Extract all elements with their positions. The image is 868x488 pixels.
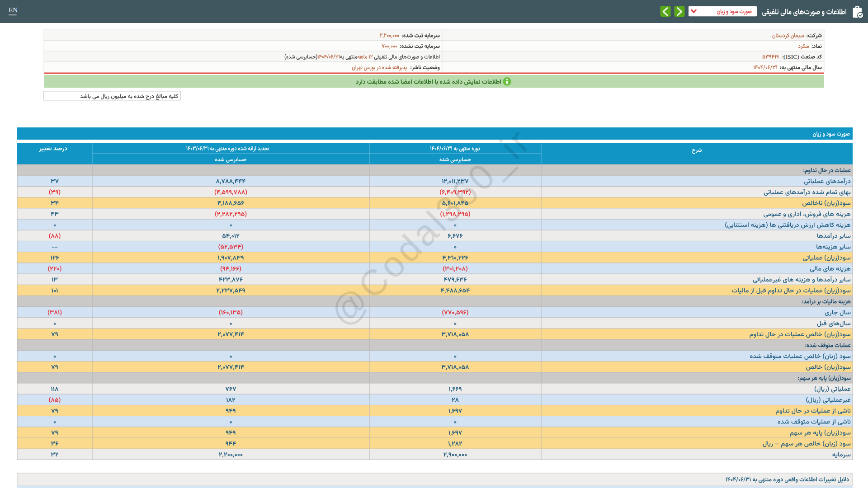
svg-text:(ISIC): (ISIC) xyxy=(783,53,799,60)
svg-text:EN: EN xyxy=(9,6,18,14)
